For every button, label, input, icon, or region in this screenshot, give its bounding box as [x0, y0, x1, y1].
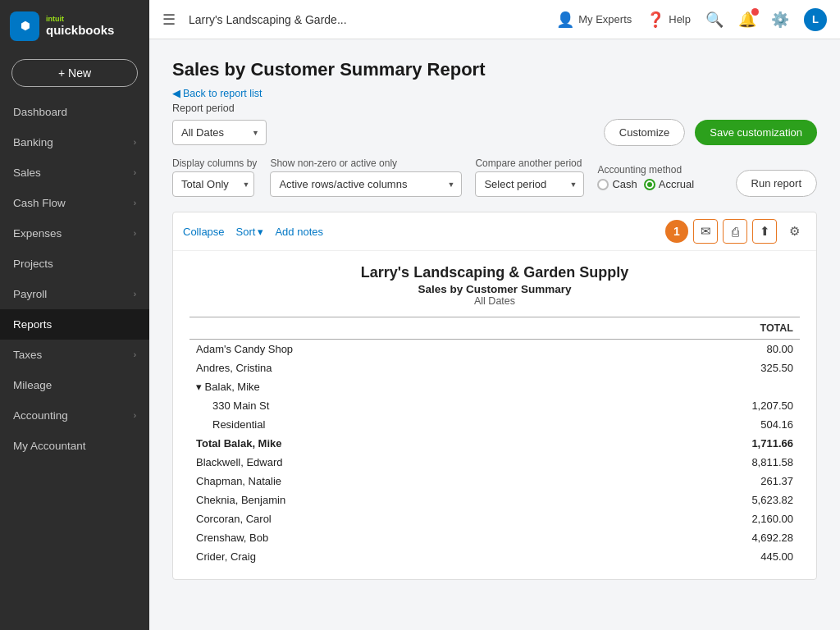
settings-icon-btn[interactable]: ⚙ — [782, 219, 806, 244]
row-value: 80.00 — [597, 340, 800, 359]
table-row: Adam's Candy Shop 80.00 — [189, 340, 800, 359]
help-action[interactable]: ❓ Help — [646, 11, 691, 29]
back-arrow-icon: ◀ — [172, 87, 180, 99]
date-select[interactable]: All DatesThis MonthLast MonthThis Quarte… — [172, 120, 267, 145]
row-name: Crenshaw, Bob — [189, 528, 597, 547]
company-name: Larry's Landscaping & Garde... — [189, 13, 546, 26]
customize-button[interactable]: Customize — [604, 119, 685, 146]
sidebar-chevron-taxes: › — [134, 350, 136, 359]
add-notes-button[interactable]: Add notes — [275, 226, 323, 238]
accrual-radio-dot — [644, 179, 655, 190]
hamburger-menu[interactable]: ☰ — [162, 11, 176, 29]
print-icon-btn[interactable]: ⎙ — [723, 219, 747, 244]
sidebar-chevron-payroll: › — [134, 290, 136, 299]
row-name: Blackwell, Edward — [189, 453, 597, 472]
table-row: Residential 504.16 — [189, 415, 800, 434]
row-value — [597, 377, 800, 396]
row-name: Adam's Candy Shop — [189, 340, 597, 359]
my-experts-label: My Experts — [578, 13, 632, 25]
save-customization-button[interactable]: Save customization — [695, 120, 817, 145]
back-link[interactable]: ◀ Back to report list — [172, 87, 817, 99]
row-value: 1,711.66 — [597, 434, 800, 453]
table-row: Corcoran, Carol 2,160.00 — [189, 509, 800, 528]
help-label: Help — [669, 13, 691, 25]
settings-action[interactable]: ⚙️ — [771, 11, 789, 29]
sidebar-item-mileage[interactable]: Mileage — [0, 370, 149, 400]
report-dates: All Dates — [189, 295, 800, 307]
compare-label: Compare another period — [475, 158, 584, 169]
sidebar-item-taxes[interactable]: Taxes › — [0, 340, 149, 370]
sidebar-item-label-mileage: Mileage — [13, 379, 52, 391]
sort-arrow-icon: ▾ — [258, 226, 263, 238]
display-columns-label: Display columns by — [172, 158, 257, 169]
sidebar-chevron-banking: › — [134, 138, 136, 147]
gear-icon: ⚙️ — [771, 11, 789, 29]
sidebar-item-payroll[interactable]: Payroll › — [0, 279, 149, 309]
sidebar-item-dashboard[interactable]: Dashboard — [0, 97, 149, 127]
sidebar-item-accounting[interactable]: Accounting › — [0, 400, 149, 431]
table-row: Andres, Cristina 325.50 — [189, 358, 800, 377]
collapse-button[interactable]: Collapse — [183, 226, 225, 238]
report-content: Larry's Landscaping & Garden Supply Sale… — [173, 251, 816, 579]
back-link-label: Back to report list — [183, 88, 262, 99]
search-icon: 🔍 — [705, 11, 724, 29]
export-icon-btn[interactable]: ⬆ — [752, 219, 777, 244]
topbar: ☰ Larry's Landscaping & Garde... 👤 My Ex… — [149, 0, 840, 39]
date-select-wrapper: All DatesThis MonthLast MonthThis Quarte… — [172, 120, 267, 145]
row-name: Cheknia, Benjamin — [189, 491, 597, 509]
non-zero-select[interactable]: Active rows/active columnsNon-zero rows/… — [270, 171, 462, 197]
row-name: 330 Main St — [189, 396, 597, 415]
sidebar: ⬢ intuit quickbooks + New Dashboard Bank… — [0, 0, 149, 630]
sidebar-logo: ⬢ intuit quickbooks — [0, 0, 149, 52]
sidebar-item-banking[interactable]: Banking › — [0, 127, 149, 158]
email-icon-btn[interactable]: ✉ — [693, 219, 718, 244]
row-value: 504.16 — [597, 415, 800, 434]
new-button[interactable]: + New — [11, 59, 138, 87]
sidebar-item-label-sales: Sales — [13, 167, 41, 179]
compare-select[interactable]: Select periodPrevious periodPrevious yea… — [475, 171, 584, 197]
sidebar-item-sales[interactable]: Sales › — [0, 158, 149, 188]
logo-text: quickbooks — [46, 24, 114, 38]
sidebar-item-label-my-accountant: My Accountant — [13, 440, 86, 452]
search-action[interactable]: 🔍 — [705, 11, 724, 29]
sidebar-item-label-taxes: Taxes — [13, 349, 42, 361]
sidebar-item-label-projects: Projects — [13, 258, 53, 270]
sidebar-item-label-accounting: Accounting — [13, 409, 68, 422]
row-value: 8,811.58 — [597, 453, 800, 472]
sidebar-nav: Dashboard Banking › Sales › Cash Flow › … — [0, 97, 149, 630]
help-icon: ❓ — [646, 11, 664, 29]
topbar-actions: 👤 My Experts ❓ Help 🔍 🔔 ⚙️ L — [556, 8, 827, 31]
run-report-button[interactable]: Run report — [736, 170, 817, 197]
sidebar-item-projects[interactable]: Projects — [0, 249, 149, 279]
sidebar-item-label-banking: Banking — [13, 136, 53, 148]
report-table: TOTAL Adam's Candy Shop 80.00 Andres, Cr… — [189, 317, 800, 566]
cash-radio-label: Cash — [612, 178, 637, 190]
report-company-name: Larry's Landscaping & Garden Supply — [189, 264, 800, 281]
notifications-action[interactable]: 🔔 — [738, 11, 756, 29]
row-name: Residential — [189, 415, 597, 434]
accrual-radio-label: Accrual — [659, 178, 694, 190]
sidebar-item-expenses[interactable]: Expenses › — [0, 218, 149, 249]
accrual-radio[interactable]: Accrual — [644, 178, 694, 190]
display-columns-select[interactable]: Total OnlyDaysWeeksMonthsQuartersYears — [172, 171, 254, 197]
row-value: 445.00 — [597, 547, 800, 566]
sidebar-item-reports[interactable]: Reports — [0, 309, 149, 340]
sidebar-item-my-accountant[interactable]: My Accountant — [0, 431, 149, 461]
user-avatar[interactable]: L — [804, 8, 827, 31]
sidebar-chevron-accounting: › — [134, 411, 136, 420]
sidebar-chevron-cash-flow: › — [134, 199, 136, 208]
svg-text:⬢: ⬢ — [21, 20, 30, 32]
page-title: Sales by Customer Summary Report — [172, 59, 817, 80]
table-row: Crider, Craig 445.00 — [189, 547, 800, 566]
my-experts-action[interactable]: 👤 My Experts — [556, 11, 632, 29]
accounting-method-label: Accounting method — [597, 164, 694, 176]
sort-button[interactable]: Sort ▾ — [236, 226, 264, 238]
table-row: Chapman, Natalie 261.37 — [189, 472, 800, 491]
sidebar-item-label-payroll: Payroll — [13, 288, 47, 300]
page-content: Sales by Customer Summary Report ◀ Back … — [149, 39, 840, 630]
step-badge: 1 — [665, 220, 688, 243]
sidebar-item-cash-flow[interactable]: Cash Flow › — [0, 188, 149, 218]
sidebar-chevron-expenses: › — [134, 229, 136, 238]
cash-radio[interactable]: Cash — [597, 178, 637, 190]
sidebar-item-label-expenses: Expenses — [13, 227, 62, 240]
